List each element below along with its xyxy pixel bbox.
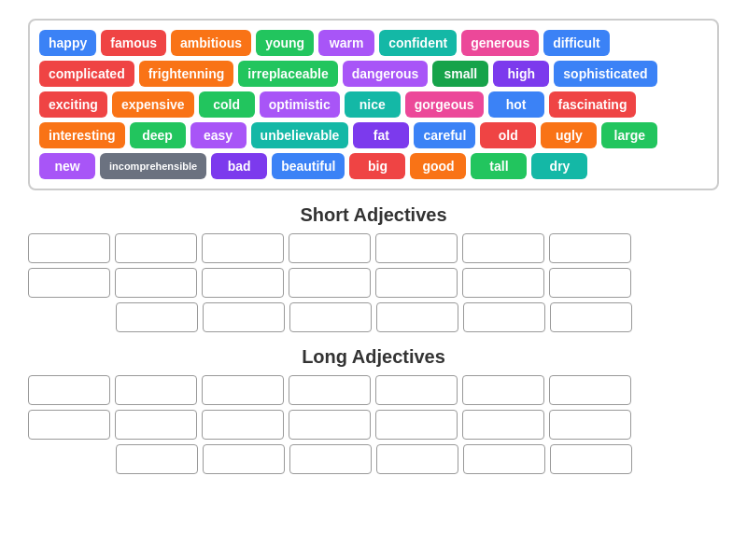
drop-box[interactable] [462, 375, 544, 405]
drop-box[interactable] [115, 375, 197, 405]
drop-box[interactable] [462, 410, 544, 440]
drop-box[interactable] [289, 268, 371, 298]
drop-box[interactable] [289, 444, 372, 474]
drop-box[interactable] [549, 410, 631, 440]
word-tile[interactable]: warm [318, 30, 374, 56]
word-tile[interactable]: hot [488, 91, 544, 118]
drop-box[interactable] [289, 302, 372, 332]
word-tile[interactable]: famous [101, 30, 166, 56]
drop-box[interactable] [115, 233, 197, 263]
word-tile[interactable]: fascinating [549, 91, 637, 118]
drop-box[interactable] [116, 444, 198, 474]
drop-box[interactable] [550, 444, 632, 474]
drop-box[interactable] [549, 268, 631, 298]
word-tile[interactable]: optimistic [260, 91, 340, 118]
drop-box[interactable] [375, 268, 458, 298]
long-adj-row2 [28, 410, 719, 440]
word-tile[interactable]: ambitious [171, 30, 251, 56]
word-tile[interactable]: deep [130, 122, 186, 148]
drop-box[interactable] [375, 233, 458, 263]
word-tile[interactable]: unbelievable [251, 122, 349, 148]
short-adj-row1 [28, 233, 719, 263]
drop-box[interactable] [202, 375, 284, 405]
drop-box[interactable] [202, 233, 284, 263]
drop-box[interactable] [116, 302, 198, 332]
drop-box[interactable] [289, 375, 371, 405]
drop-box[interactable] [28, 410, 110, 440]
drop-box[interactable] [550, 302, 632, 332]
word-tile[interactable]: exciting [39, 91, 107, 118]
long-adj-row3 [28, 444, 719, 474]
drop-box[interactable] [289, 410, 371, 440]
word-tile[interactable]: tall [471, 153, 527, 179]
drop-box[interactable] [203, 302, 285, 332]
drop-box[interactable] [549, 233, 631, 263]
drop-box[interactable] [376, 302, 458, 332]
word-tile[interactable]: generous [461, 30, 539, 56]
word-tile[interactable]: nice [345, 91, 401, 118]
drop-box[interactable] [28, 268, 110, 298]
word-tile[interactable]: big [349, 153, 405, 179]
short-adj-row3 [28, 302, 719, 332]
drop-box[interactable] [115, 268, 197, 298]
word-tile[interactable]: dry [531, 153, 587, 179]
drop-box[interactable] [115, 410, 197, 440]
drop-box[interactable] [203, 444, 285, 474]
word-bank: happyfamousambitiousyoungwarmconfidentge… [28, 19, 719, 190]
word-tile[interactable]: dangerous [343, 61, 429, 87]
drop-box[interactable] [463, 444, 545, 474]
drop-box[interactable] [375, 410, 458, 440]
word-tile[interactable]: happy [39, 30, 96, 56]
drop-box[interactable] [28, 233, 110, 263]
word-tile[interactable]: beautiful [272, 153, 345, 179]
word-tile[interactable]: good [410, 153, 466, 179]
drop-box[interactable] [375, 375, 458, 405]
drop-box[interactable] [28, 375, 110, 405]
word-tile[interactable]: high [493, 61, 549, 87]
word-tile[interactable]: fat [353, 122, 409, 148]
word-tile[interactable]: ugly [541, 122, 597, 148]
word-tile[interactable]: easy [190, 122, 247, 148]
word-tile[interactable]: cold [199, 91, 255, 118]
word-tile[interactable]: frightenning [139, 61, 234, 87]
drop-box[interactable] [202, 410, 284, 440]
word-tile[interactable]: gorgeous [405, 91, 484, 118]
drop-box[interactable] [289, 233, 371, 263]
word-tile[interactable]: careful [414, 122, 475, 148]
drop-box[interactable] [462, 268, 544, 298]
word-tile[interactable]: interesting [39, 122, 125, 148]
word-tile[interactable]: complicated [39, 61, 134, 87]
word-tile[interactable]: difficult [543, 30, 610, 56]
word-tile[interactable]: bad [211, 153, 267, 179]
word-tile[interactable]: expensive [112, 91, 194, 118]
word-tile[interactable]: young [256, 30, 314, 56]
drop-box[interactable] [202, 268, 284, 298]
word-tile[interactable]: sophisticated [554, 61, 656, 87]
word-tile[interactable]: old [480, 122, 536, 148]
long-adjectives-title: Long Adjectives [9, 346, 738, 368]
word-tile[interactable]: large [601, 122, 657, 148]
word-tile[interactable]: irreplaceable [238, 61, 337, 87]
word-tile[interactable]: small [432, 61, 488, 87]
word-tile[interactable]: new [39, 153, 95, 179]
drop-box[interactable] [549, 375, 631, 405]
word-tile[interactable]: incomprehensible [100, 153, 206, 179]
short-adjectives-title: Short Adjectives [9, 204, 738, 226]
drop-box[interactable] [463, 302, 545, 332]
long-adj-row1 [28, 375, 719, 405]
short-adj-row2 [28, 268, 719, 298]
word-tile[interactable]: confident [379, 30, 457, 56]
drop-box[interactable] [462, 233, 544, 263]
drop-box[interactable] [376, 444, 458, 474]
